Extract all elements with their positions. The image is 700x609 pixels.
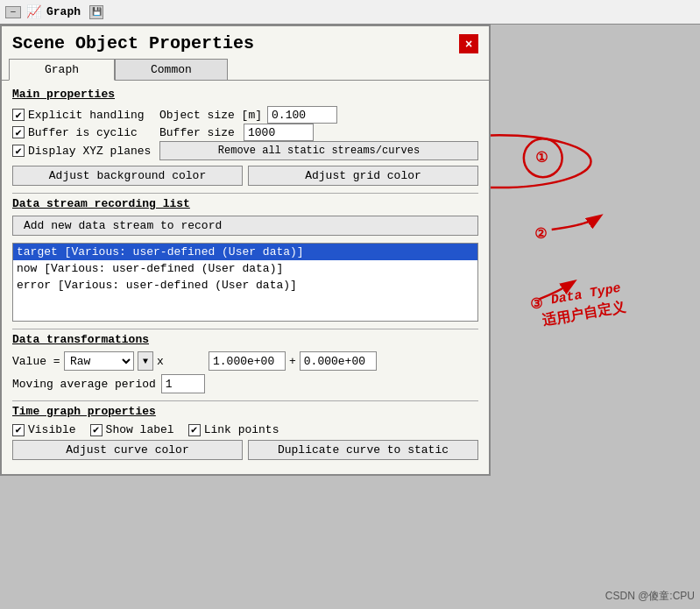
- buffer-size-input[interactable]: [244, 124, 314, 141]
- panel-header: Scene Object Properties ×: [2, 26, 489, 59]
- buffer-cyclic-area: ✔ Buffer is cyclic: [12, 126, 152, 139]
- prop-row-xyz: ✔ Display XYZ planes Remove all static s…: [12, 141, 478, 160]
- multiply-value-input[interactable]: [209, 351, 286, 371]
- show-label-checkbox[interactable]: ✔: [90, 424, 103, 436]
- multiply-label: x: [157, 355, 205, 368]
- time-graph-section: Time graph properties ✔ Visible ✔ Show l…: [12, 405, 478, 460]
- stream-item-error[interactable]: error [Various: user-defined (User data)…: [13, 277, 477, 294]
- title-bar-text: Graph: [46, 5, 81, 18]
- add-data-stream-button[interactable]: Add new data stream to record: [12, 216, 478, 236]
- panel-title: Scene Object Properties: [12, 33, 254, 53]
- data-transformations-section: Data transformations Value = Raw ▼ x +: [12, 333, 478, 393]
- svg-text:①: ①: [535, 151, 548, 166]
- stream-item-now[interactable]: now [Various: user-defined (User data)]: [13, 260, 477, 277]
- visible-checkbox[interactable]: ✔: [12, 424, 25, 436]
- left-panel: Scene Object Properties × Graph Common M…: [0, 25, 491, 609]
- link-points-checkbox[interactable]: ✔: [188, 424, 201, 436]
- svg-text:③: ③: [530, 297, 542, 313]
- display-xyz-label: Display XYZ planes: [28, 145, 151, 158]
- svg-text:②: ②: [534, 227, 547, 243]
- transform-value-row: Value = Raw ▼ x +: [12, 351, 478, 371]
- explicit-handling-checkbox[interactable]: ✔: [12, 109, 25, 121]
- tg-checkboxes-row: ✔ Visible ✔ Show label ✔ Link points: [12, 423, 478, 436]
- svg-text:适用户自定义: 适用户自定义: [541, 298, 627, 330]
- adjust-grid-button[interactable]: Adjust grid color: [248, 166, 478, 186]
- data-stream-section: Data stream recording list Add new data …: [12, 197, 478, 322]
- tabs: Graph Common: [2, 59, 489, 81]
- adjust-background-button[interactable]: Adjust background color: [12, 166, 243, 186]
- link-points-label: Link points: [204, 423, 279, 436]
- object-size-area: Object size [m]: [159, 106, 478, 124]
- watermark: CSDN @傻童:CPU: [605, 589, 695, 604]
- show-label-text: Show label: [106, 423, 174, 436]
- buffer-size-label: Buffer size: [159, 126, 238, 139]
- remove-static-streams-button[interactable]: Remove all static streams/curves: [159, 141, 478, 160]
- prop-row-explicit: ✔ Explicit handling Object size [m]: [12, 106, 478, 124]
- avg-period-input[interactable]: [161, 374, 205, 393]
- transform-type-select[interactable]: Raw: [64, 351, 134, 371]
- data-transformations-label: Data transformations: [12, 333, 478, 346]
- svg-point-0: [524, 138, 562, 177]
- main-properties-label: Main properties: [12, 88, 478, 101]
- link-points-item: ✔ Link points: [188, 423, 279, 436]
- save-icon[interactable]: 💾: [89, 5, 103, 19]
- show-label-item: ✔ Show label: [90, 423, 174, 436]
- stream-list[interactable]: target [Various: user-defined (User data…: [12, 243, 478, 322]
- duplicate-curve-button[interactable]: Duplicate curve to static: [248, 440, 478, 460]
- adjust-curve-button[interactable]: Adjust curve color: [12, 440, 243, 460]
- svg-text:Data Type: Data Type: [550, 281, 622, 308]
- line-chart-icon: 📈: [26, 4, 41, 19]
- main-properties-section: Main properties ✔ Explicit handling Obje…: [12, 88, 478, 186]
- display-xyz-checkbox[interactable]: ✔: [12, 145, 25, 157]
- annotations-overlay: ① ② ③ Data Type 适用户自定义: [491, 25, 700, 609]
- buffer-cyclic-checkbox[interactable]: ✔: [12, 126, 25, 138]
- explicit-handling-area: ✔ Explicit handling: [12, 109, 152, 122]
- adjust-buttons-row: Adjust background color Adjust grid colo…: [12, 166, 478, 186]
- display-xyz-area: ✔ Display XYZ planes: [12, 145, 152, 158]
- plus-label: +: [289, 355, 296, 368]
- svg-point-4: [491, 135, 591, 188]
- prop-row-buffer: ✔ Buffer is cyclic Buffer size: [12, 124, 478, 141]
- right-panel: ① ② ③ Data Type 适用户自定义 CSDN @傻童:CPU: [491, 25, 700, 609]
- content: Main properties ✔ Explicit handling Obje…: [2, 81, 489, 474]
- main-panel: Scene Object Properties × Graph Common M…: [0, 25, 491, 476]
- tab-common[interactable]: Common: [115, 59, 228, 80]
- curve-buttons-row: Adjust curve color Duplicate curve to st…: [12, 440, 478, 460]
- stream-item-target[interactable]: target [Various: user-defined (User data…: [13, 244, 477, 260]
- value-equals-label: Value =: [12, 355, 60, 368]
- object-size-input[interactable]: [267, 106, 337, 124]
- transform-dropdown-btn[interactable]: ▼: [138, 351, 153, 371]
- visible-label: Visible: [28, 423, 76, 436]
- time-graph-label: Time graph properties: [12, 405, 478, 418]
- avg-period-label: Moving average period: [12, 378, 156, 391]
- moving-average-row: Moving average period: [12, 374, 478, 393]
- buffer-cyclic-label: Buffer is cyclic: [28, 126, 138, 139]
- title-bar: — 📈 Graph 💾: [0, 0, 700, 25]
- tab-graph[interactable]: Graph: [9, 59, 115, 81]
- title-bar-icon: —: [5, 6, 21, 18]
- add-value-input[interactable]: [300, 351, 377, 371]
- data-stream-label: Data stream recording list: [12, 197, 478, 210]
- close-button[interactable]: ×: [459, 34, 478, 53]
- object-size-label: Object size [m]: [159, 109, 262, 122]
- explicit-handling-label: Explicit handling: [28, 109, 145, 122]
- buffer-size-area: Buffer size: [159, 124, 478, 141]
- visible-item: ✔ Visible: [12, 423, 76, 436]
